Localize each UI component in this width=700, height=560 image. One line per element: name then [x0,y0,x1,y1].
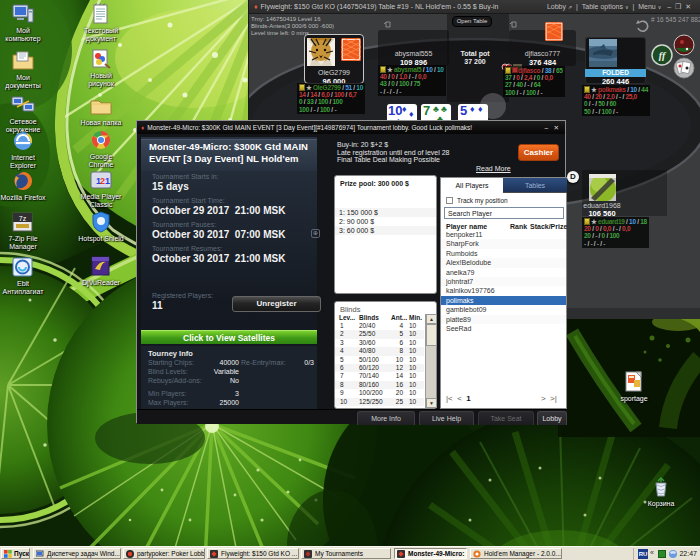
svg-text:1: 1 [105,176,110,186]
svg-text:7z: 7z [19,215,27,222]
